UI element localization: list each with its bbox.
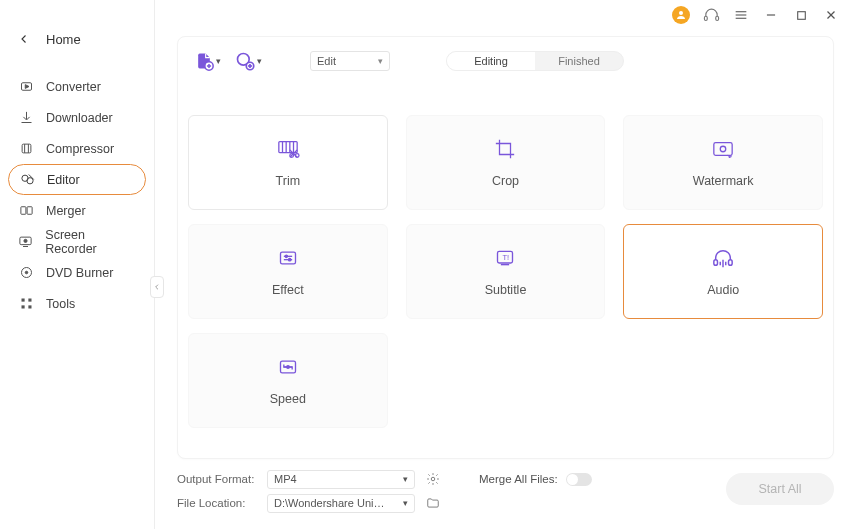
content-card: ▾ ▾ Edit ▾ Editing Finished Trim — [177, 36, 834, 459]
merger-icon — [18, 203, 34, 219]
audio-icon — [710, 247, 736, 269]
sidebar-item-converter[interactable]: Converter — [8, 71, 146, 102]
sidebar-item-tools[interactable]: Tools — [8, 288, 146, 319]
support-icon[interactable] — [702, 6, 720, 24]
editor-icon — [19, 172, 35, 188]
merge-row: Merge All Files: — [479, 473, 592, 486]
segment-finished[interactable]: Finished — [535, 52, 623, 70]
segmented-control: Editing Finished — [446, 51, 624, 71]
watermark-icon — [710, 138, 736, 160]
compressor-icon — [18, 141, 34, 157]
svg-rect-27 — [21, 305, 24, 308]
trim-icon — [275, 138, 301, 160]
sidebar-item-dvd-burner[interactable]: DVD Burner — [8, 257, 146, 288]
svg-point-24 — [25, 271, 28, 274]
sidebar-item-label: Merger — [46, 204, 86, 218]
sidebar: Home Converter Downloader Compressor Edi… — [0, 0, 155, 529]
add-file-button[interactable]: ▾ — [194, 51, 221, 71]
svg-marker-11 — [25, 85, 29, 89]
segment-label: Editing — [474, 55, 508, 67]
chevron-down-icon: ▾ — [378, 56, 383, 66]
merge-toggle[interactable] — [566, 473, 592, 486]
close-icon[interactable] — [822, 6, 840, 24]
svg-rect-12 — [22, 144, 31, 153]
svg-rect-47 — [280, 252, 295, 264]
svg-rect-7 — [797, 11, 805, 19]
card-label: Effect — [272, 283, 304, 297]
output-format-label: Output Format: — [177, 473, 257, 485]
screen-recorder-icon — [18, 234, 33, 250]
select-value: MP4 — [274, 473, 297, 485]
card-watermark[interactable]: Watermark — [623, 115, 823, 210]
sidebar-item-screen-recorder[interactable]: Screen Recorder — [8, 226, 146, 257]
crop-icon — [492, 138, 518, 160]
sidebar-item-compressor[interactable]: Compressor — [8, 133, 146, 164]
card-label: Speed — [270, 392, 306, 406]
sidebar-item-label: Converter — [46, 80, 101, 94]
converter-icon — [18, 79, 34, 95]
sidebar-header[interactable]: Home — [0, 0, 154, 63]
editor-grid: Trim Crop Watermark Effect T! Subtitle A… — [188, 115, 823, 448]
output-format-select[interactable]: MP4 ▾ — [267, 470, 415, 489]
open-folder-icon[interactable] — [425, 495, 441, 511]
sidebar-item-label: Downloader — [46, 111, 113, 125]
segment-editing[interactable]: Editing — [447, 52, 535, 70]
svg-rect-56 — [729, 259, 733, 265]
effect-icon — [275, 247, 301, 269]
segment-label: Finished — [558, 55, 600, 67]
card-label: Subtitle — [485, 283, 527, 297]
sidebar-item-editor[interactable]: Editor — [8, 164, 146, 195]
tools-icon — [18, 296, 34, 312]
select-value: D:\Wondershare UniConverter 1 — [274, 497, 392, 509]
svg-rect-18 — [20, 207, 25, 215]
chevron-down-icon: ▾ — [216, 56, 221, 66]
svg-rect-55 — [714, 259, 718, 265]
add-url-button[interactable]: ▾ — [235, 51, 262, 71]
svg-line-17 — [28, 175, 33, 180]
card-label: Audio — [707, 283, 739, 297]
minimize-icon[interactable] — [762, 6, 780, 24]
card-crop[interactable]: Crop — [406, 115, 606, 210]
menu-icon[interactable] — [732, 6, 750, 24]
svg-point-51 — [288, 258, 290, 260]
card-speed[interactable]: Speed — [188, 333, 388, 428]
edit-mode-dropdown[interactable]: Edit ▾ — [310, 51, 390, 71]
sidebar-item-label: Editor — [47, 173, 80, 187]
merge-label: Merge All Files: — [479, 473, 558, 485]
svg-rect-1 — [704, 16, 707, 20]
card-label: Trim — [276, 174, 301, 188]
card-effect[interactable]: Effect — [188, 224, 388, 319]
downloader-icon — [18, 110, 34, 126]
account-icon[interactable] — [672, 6, 690, 24]
sidebar-item-downloader[interactable]: Downloader — [8, 102, 146, 133]
svg-rect-25 — [21, 299, 24, 302]
card-trim[interactable]: Trim — [188, 115, 388, 210]
sidebar-item-label: Compressor — [46, 142, 114, 156]
dvd-burner-icon — [18, 265, 34, 281]
svg-point-63 — [431, 477, 435, 481]
svg-rect-36 — [279, 141, 297, 152]
svg-rect-19 — [27, 207, 32, 215]
toolbar: ▾ ▾ Edit ▾ Editing Finished — [178, 37, 833, 77]
dropdown-value: Edit — [317, 55, 336, 67]
start-all-button[interactable]: Start All — [726, 473, 834, 505]
svg-point-21 — [24, 239, 27, 242]
sidebar-item-merger[interactable]: Merger — [8, 195, 146, 226]
speed-icon — [275, 356, 301, 378]
maximize-icon[interactable] — [792, 6, 810, 24]
file-location-select[interactable]: D:\Wondershare UniConverter 1 ▾ — [267, 494, 415, 513]
svg-rect-45 — [714, 142, 732, 155]
card-audio[interactable]: Audio — [623, 224, 823, 319]
settings-icon[interactable] — [425, 471, 441, 487]
card-label: Crop — [492, 174, 519, 188]
svg-text:T!: T! — [503, 252, 510, 261]
svg-point-46 — [720, 146, 726, 152]
card-subtitle[interactable]: T! Subtitle — [406, 224, 606, 319]
back-icon[interactable] — [18, 33, 32, 47]
subtitle-icon: T! — [492, 247, 518, 269]
titlebar — [672, 6, 840, 24]
footer: Output Format: MP4 ▾ Merge All Files: Fi… — [177, 467, 834, 521]
main: ▾ ▾ Edit ▾ Editing Finished Trim — [155, 28, 850, 529]
sidebar-item-label: DVD Burner — [46, 266, 113, 280]
svg-point-0 — [679, 11, 683, 15]
